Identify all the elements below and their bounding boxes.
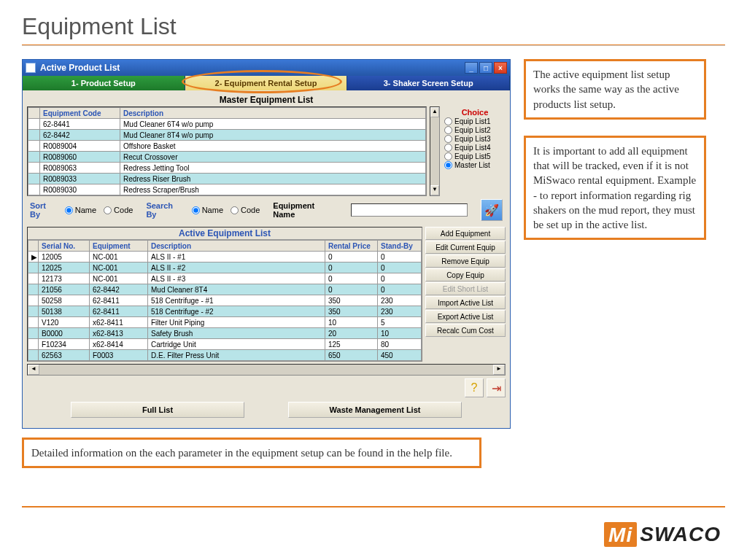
choice-title: Choice (444, 108, 506, 117)
tab-shaker-screen-setup[interactable]: 3- Shaker Screen Setup (347, 76, 510, 90)
table-row[interactable]: 12025NC-001ALS II - #200 (28, 262, 422, 273)
search-launch-button[interactable]: 🚀 (481, 199, 503, 221)
search-name-radio[interactable]: Name (192, 206, 223, 214)
table-row[interactable]: 5025862-8411518 Centrifuge - #1350230 (28, 295, 422, 306)
sort-by-label: Sort By (30, 201, 58, 219)
miswaco-logo: MiSWACO (604, 522, 721, 547)
waste-management-button[interactable]: Waste Management List (288, 402, 462, 418)
action-button[interactable]: Import Active List (425, 296, 506, 309)
app-window: Active Product List _ □ × 1- Product Set… (22, 59, 511, 429)
horizontal-scrollbar[interactable]: ◄ ► (27, 364, 506, 376)
col-desc[interactable]: Description (148, 241, 325, 252)
action-button[interactable]: Remove Equip (425, 254, 506, 268)
table-row[interactable]: 62-8442Mud Cleaner 8T4 w/o pump (28, 130, 426, 141)
sort-name-radio[interactable]: Name (65, 206, 96, 214)
page-title: Equipment List (0, 0, 747, 44)
choice-radio[interactable]: Equip List2 (444, 126, 506, 134)
table-row[interactable]: ▶12005NC-001ALS II - #100 (28, 252, 422, 262)
scroll-right-icon[interactable]: ► (493, 365, 505, 375)
col-description[interactable]: Description (120, 108, 426, 119)
minimize-button[interactable]: _ (465, 62, 478, 74)
col-equipment-code[interactable]: Equipment Code (40, 108, 120, 119)
action-button[interactable]: Recalc Cum Cost (425, 324, 506, 337)
sort-code-radio[interactable]: Code (104, 206, 133, 214)
choice-panel: Choice Equip List1Equip List2Equip List3… (443, 106, 506, 196)
tab-product-setup[interactable]: 1- Product Setup (23, 76, 185, 90)
scroll-down-icon[interactable]: ▼ (430, 185, 439, 195)
full-list-button[interactable]: Full List (71, 402, 244, 418)
table-row[interactable]: F10234x62-8414Cartridge Unit12580 (28, 339, 422, 350)
setup-tabs: 1- Product Setup 2- Equipment Rental Set… (23, 76, 510, 90)
action-button[interactable]: Export Active List (425, 310, 506, 323)
choice-radio[interactable]: Master List (444, 161, 506, 169)
choice-radio[interactable]: Equip List4 (444, 144, 506, 152)
equipment-name-label: Equipment Name (273, 201, 338, 219)
action-button[interactable]: Copy Equip (425, 268, 506, 281)
master-list-title: Master Equipment List (27, 93, 506, 106)
search-code-radio[interactable]: Code (231, 206, 260, 214)
search-by-label: Search By (146, 201, 184, 219)
active-table[interactable]: Active Equipment List Serial No. Equipme… (27, 227, 422, 362)
active-list-title: Active Equipment List (28, 228, 422, 240)
sort-by-group: Sort By Name Code (30, 201, 133, 219)
action-button[interactable]: Add Equipment (425, 227, 506, 240)
exit-button[interactable]: ⇥ (487, 378, 506, 397)
rocket-icon: 🚀 (484, 203, 499, 217)
col-serial[interactable]: Serial No. (39, 241, 90, 252)
help-icon: ? (471, 381, 478, 394)
table-row[interactable]: 5013862-8411518 Centrifuge - #2350230 (28, 306, 422, 317)
table-row[interactable]: R0089063Redress Jetting Tool (28, 163, 426, 174)
choice-radio[interactable]: Equip List3 (444, 135, 506, 143)
table-row[interactable]: 62563F0003D.E. Filter Press Unit650450 (28, 350, 422, 361)
table-row[interactable]: 2105662-8442Mud Cleaner 8T400 (28, 284, 422, 295)
table-row[interactable]: R0089033Redress Riser Brush (28, 174, 426, 184)
window-title: Active Product List (40, 63, 120, 73)
scroll-up-icon[interactable]: ▲ (430, 107, 439, 117)
action-button[interactable]: Edit Current Equip (425, 241, 506, 254)
callout-mid-right: It is important to add all equipment tha… (524, 136, 706, 241)
title-divider (22, 44, 725, 46)
footer-divider (22, 506, 725, 508)
app-icon (26, 63, 36, 73)
action-button: Edit Short List (425, 282, 506, 295)
table-row[interactable]: R0089004Offshore Basket (28, 141, 426, 152)
choice-radio[interactable]: Equip List5 (444, 152, 506, 160)
search-by-group: Search By Name Code (146, 201, 260, 219)
table-row[interactable]: 12173NC-001ALS II - #300 (28, 273, 422, 284)
col-rental[interactable]: Rental Price (325, 241, 378, 252)
table-row[interactable]: B0000x62-8413Safety Brush2010 (28, 328, 422, 339)
col-standby[interactable]: Stand-By (378, 241, 422, 252)
tab-equipment-rental-setup[interactable]: 2- Equipment Rental Setup (185, 76, 348, 90)
scroll-left-icon[interactable]: ◄ (28, 365, 39, 375)
table-row[interactable]: R0089060Recut Crossover (28, 152, 426, 163)
callout-top-right: The active equipment list setup works th… (524, 59, 706, 120)
table-row[interactable]: 62-8441Mud Cleaner 6T4 w/o pump (28, 119, 426, 130)
master-table[interactable]: Equipment Code Description 62-8441Mud Cl… (27, 106, 427, 196)
equipment-name-input[interactable] (351, 203, 468, 217)
maximize-button[interactable]: □ (479, 62, 492, 74)
close-button[interactable]: × (494, 62, 507, 74)
help-button[interactable]: ? (465, 378, 484, 397)
table-row[interactable]: V120x62-8411Filter Unit Piping105 (28, 317, 422, 328)
exit-icon: ⇥ (492, 381, 501, 395)
choice-radio[interactable]: Equip List1 (444, 117, 506, 125)
vertical-scrollbar[interactable]: ▲ ▼ (430, 106, 440, 196)
col-equipment[interactable]: Equipment (90, 241, 148, 252)
table-row[interactable]: R0089030Redress Scraper/Brush (28, 184, 426, 195)
callout-bottom: Detailed information on the each paramet… (22, 438, 481, 468)
titlebar[interactable]: Active Product List _ □ × (23, 60, 510, 76)
